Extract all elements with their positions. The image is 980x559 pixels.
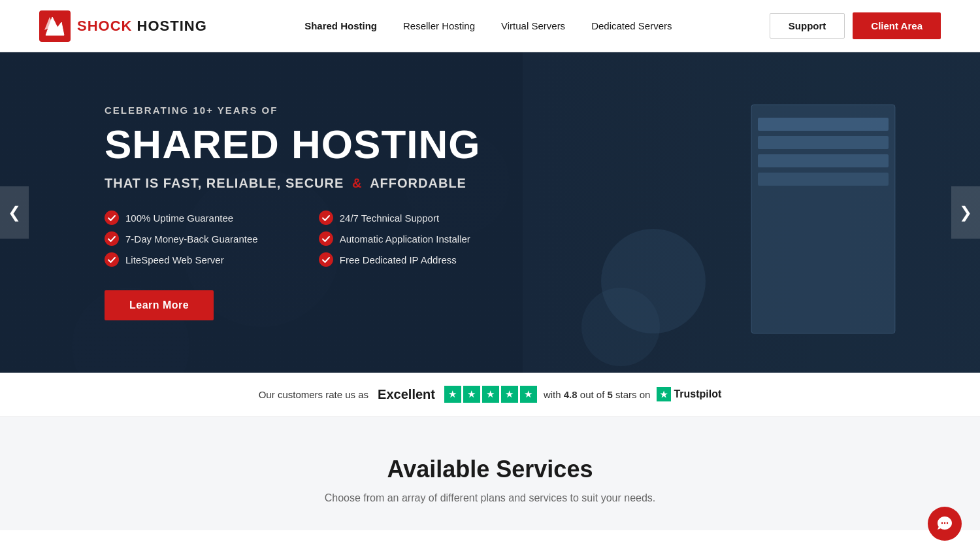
- check-circle-icon: [105, 252, 119, 267]
- check-circle-icon: [319, 211, 333, 225]
- services-subtitle: Choose from an array of different plans …: [39, 492, 941, 504]
- logo-sub: HOSTING: [137, 18, 207, 34]
- logo-brand: SHOCK: [77, 18, 132, 34]
- svg-point-13: [105, 231, 119, 246]
- hero-content: Celebrating 10+ Years of SHARED HOSTING …: [0, 105, 585, 320]
- logo: SHOCK HOSTING: [39, 10, 207, 42]
- svg-rect-7: [758, 154, 889, 167]
- learn-more-button[interactable]: Learn More: [105, 290, 214, 320]
- svg-point-12: [319, 211, 333, 225]
- feature-money-back: 7-Day Money-Back Guarantee: [105, 231, 267, 246]
- trustpilot-logo: ★ Trustpilot: [657, 387, 721, 401]
- trustpilot-score: 4.8: [564, 389, 578, 400]
- feature-dedicated-ip-text: Free Dedicated IP Address: [340, 254, 457, 265]
- feature-installer-text: Automatic Application Installer: [340, 233, 470, 245]
- support-button[interactable]: Support: [770, 13, 845, 39]
- hero-tagline-end: AFFORDABLE: [370, 176, 466, 190]
- nav-reseller-hosting[interactable]: Reseller Hosting: [403, 20, 475, 31]
- svg-point-10: [581, 288, 660, 366]
- feature-money-back-text: 7-Day Money-Back Guarantee: [125, 233, 258, 245]
- feature-uptime-text: 100% Uptime Guarantee: [125, 212, 233, 224]
- svg-rect-5: [758, 118, 889, 131]
- check-circle-icon: [319, 231, 333, 246]
- feature-uptime: 100% Uptime Guarantee: [105, 211, 267, 225]
- hero-subtitle: Celebrating 10+ Years of: [105, 105, 480, 116]
- logo-icon: [39, 10, 71, 42]
- nav-dedicated-servers[interactable]: Dedicated Servers: [591, 20, 672, 31]
- hero-bg-svg: [523, 52, 980, 373]
- hero-section: ❮ Celebrating 10+ Years of SHARED HOSTIN…: [0, 52, 980, 373]
- feature-litespeed-text: LiteSpeed Web Server: [125, 254, 224, 265]
- trustpilot-excellent: Excellent: [378, 387, 435, 402]
- star-1: ★: [444, 386, 461, 403]
- carousel-prev-button[interactable]: ❮: [0, 186, 29, 239]
- star-2: ★: [463, 386, 480, 403]
- nav-shared-hosting[interactable]: Shared Hosting: [304, 20, 377, 31]
- client-area-button[interactable]: Client Area: [853, 12, 941, 39]
- check-circle-icon: [319, 252, 333, 267]
- trustpilot-prefix: Our customers rate us as: [259, 389, 368, 400]
- services-title: Available Services: [39, 456, 941, 483]
- star-4: ★: [501, 386, 518, 403]
- star-3: ★: [482, 386, 499, 403]
- svg-point-19: [947, 522, 948, 524]
- header: SHOCK HOSTING Shared Hosting Reseller Ho…: [0, 0, 980, 52]
- svg-point-18: [944, 522, 945, 524]
- svg-point-17: [941, 522, 943, 524]
- services-section: Available Services Choose from an array …: [0, 416, 980, 530]
- trustpilot-logo-icon: ★: [657, 387, 671, 401]
- chevron-right-icon: ❯: [959, 203, 972, 222]
- hero-tagline: THAT IS FAST, RELIABLE, SECURE & AFFORDA…: [105, 176, 480, 191]
- trustpilot-logo-text: Trustpilot: [674, 388, 721, 400]
- trustpilot-bar: Our customers rate us as Excellent ★ ★ ★…: [0, 373, 980, 416]
- feature-installer: Automatic Application Installer: [319, 231, 481, 246]
- svg-point-15: [105, 252, 119, 267]
- main-nav: Shared Hosting Reseller Hosting Virtual …: [304, 20, 672, 31]
- feature-support-text: 24/7 Technical Support: [340, 212, 439, 224]
- check-circle-icon: [105, 211, 119, 225]
- feature-dedicated-ip: Free Dedicated IP Address: [319, 252, 481, 267]
- nav-virtual-servers[interactable]: Virtual Servers: [501, 20, 565, 31]
- svg-rect-8: [758, 173, 889, 186]
- trustpilot-rating: with 4.8 out of 5 stars on: [544, 389, 650, 400]
- header-buttons: Support Client Area: [770, 12, 941, 39]
- check-circle-icon: [105, 231, 119, 246]
- hero-features: 100% Uptime Guarantee 24/7 Technical Sup…: [105, 211, 480, 267]
- hero-background: [523, 52, 980, 373]
- feature-support: 24/7 Technical Support: [319, 211, 481, 225]
- trustpilot-suffix: stars on: [615, 389, 650, 400]
- hero-tagline-accent: &: [352, 176, 362, 190]
- svg-point-14: [319, 231, 333, 246]
- trustpilot-max: 5: [608, 389, 613, 400]
- chevron-left-icon: ❮: [8, 203, 21, 222]
- trustpilot-stars: ★ ★ ★ ★ ★: [444, 386, 537, 403]
- star-5: ★: [520, 386, 537, 403]
- chat-icon: [936, 515, 953, 530]
- hero-tagline-start: THAT IS FAST, RELIABLE, SECURE: [105, 176, 344, 190]
- logo-wordmark: SHOCK HOSTING: [77, 18, 207, 35]
- svg-rect-6: [758, 136, 889, 149]
- svg-point-11: [105, 211, 119, 225]
- svg-point-16: [319, 252, 333, 267]
- feature-litespeed: LiteSpeed Web Server: [105, 252, 267, 267]
- carousel-next-button[interactable]: ❯: [951, 186, 980, 239]
- hero-title: SHARED HOSTING: [105, 122, 480, 167]
